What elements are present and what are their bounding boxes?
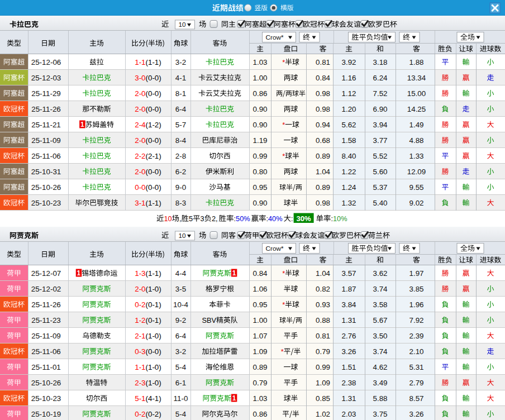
svg-text:0.90: 0.90 xyxy=(252,105,267,113)
svg-text:(0-2): (0-2) xyxy=(146,410,161,418)
svg-text:2-1: 2-1 xyxy=(135,332,145,340)
svg-text:1.09: 1.09 xyxy=(252,347,267,356)
svg-text:3.18: 3.18 xyxy=(373,58,387,66)
svg-text:50%: 50% xyxy=(236,214,250,223)
svg-text:(0-0): (0-0) xyxy=(146,136,161,145)
svg-text:3.50: 3.50 xyxy=(373,332,387,340)
svg-text:0.84: 0.84 xyxy=(316,74,331,82)
svg-text:6.24: 6.24 xyxy=(373,74,388,82)
svg-text:25-11-29: 25-11-29 xyxy=(31,89,61,98)
svg-text:1.00: 1.00 xyxy=(252,74,267,82)
svg-text:5.67: 5.67 xyxy=(373,316,387,324)
svg-text:5: 5 xyxy=(189,214,193,223)
svg-text:1.32: 1.32 xyxy=(341,199,356,207)
svg-text:Crow*: Crow* xyxy=(266,34,284,41)
svg-text:*: * xyxy=(282,300,285,309)
svg-text:3.26: 3.26 xyxy=(409,410,423,418)
svg-text:0.90: 0.90 xyxy=(252,121,267,129)
svg-text:1-2: 1-2 xyxy=(135,316,145,324)
svg-text:2-4: 2-4 xyxy=(135,121,146,129)
svg-text:0.86: 0.86 xyxy=(252,410,267,418)
svg-text:SBV: SBV xyxy=(202,316,217,324)
svg-text:0.80: 0.80 xyxy=(252,168,267,176)
svg-text:2,: 2, xyxy=(212,214,218,223)
svg-text:1.31: 1.31 xyxy=(341,394,356,403)
svg-text:3.92: 3.92 xyxy=(341,58,356,66)
svg-text:25-11-26: 25-11-26 xyxy=(31,105,61,113)
svg-text:0.85: 0.85 xyxy=(316,394,330,403)
svg-text:1.04: 1.04 xyxy=(316,168,331,176)
svg-text:(0-0): (0-0) xyxy=(146,89,161,98)
svg-text:5-4: 5-4 xyxy=(175,410,187,418)
svg-text:0.89: 0.89 xyxy=(252,363,267,371)
svg-text:25-12-02: 25-12-02 xyxy=(31,285,61,293)
svg-text:0-3: 0-3 xyxy=(135,347,145,356)
svg-text:25-12-06: 25-12-06 xyxy=(31,58,61,66)
svg-text:3.94: 3.94 xyxy=(373,121,388,129)
svg-text:1.97: 1.97 xyxy=(409,269,423,278)
svg-text:,: , xyxy=(179,214,182,223)
svg-text:3.77: 3.77 xyxy=(373,136,387,145)
svg-text:5.37: 5.37 xyxy=(373,183,387,192)
svg-text:5-1: 5-1 xyxy=(135,394,145,403)
svg-text:(0-0): (0-0) xyxy=(146,105,161,113)
svg-text:2-8: 2-8 xyxy=(175,152,186,160)
svg-text:5.88: 5.88 xyxy=(373,394,387,403)
svg-text:25-11-09: 25-11-09 xyxy=(31,332,61,340)
svg-text:2.38: 2.38 xyxy=(341,379,356,387)
svg-text:0.89: 0.89 xyxy=(316,183,330,192)
svg-text:Crow*: Crow* xyxy=(266,245,284,252)
svg-text:0-2: 0-2 xyxy=(135,300,145,309)
svg-text:*: * xyxy=(282,58,285,66)
svg-text:(1-1): (1-1) xyxy=(146,269,161,278)
svg-text:0.82: 0.82 xyxy=(316,285,330,293)
svg-text:0.84: 0.84 xyxy=(252,269,268,278)
svg-text:1.03: 1.03 xyxy=(252,58,267,66)
svg-text:25-10-23: 25-10-23 xyxy=(31,394,61,403)
svg-text:1.33: 1.33 xyxy=(409,152,423,160)
svg-text:(1-1): (1-1) xyxy=(146,58,161,66)
svg-text:15.00: 15.00 xyxy=(407,89,426,98)
svg-text:1.20: 1.20 xyxy=(341,105,356,113)
svg-text:0.79: 0.79 xyxy=(316,347,330,356)
svg-text:25-11-26: 25-11-26 xyxy=(31,300,61,309)
svg-text:10: 10 xyxy=(179,232,187,240)
svg-text:3.26: 3.26 xyxy=(341,347,356,356)
svg-text:(0-0): (0-0) xyxy=(146,74,161,82)
svg-text:5-7: 5-7 xyxy=(175,121,186,129)
svg-text:3-2: 3-2 xyxy=(175,347,186,356)
svg-text:1.03: 1.03 xyxy=(252,394,267,403)
svg-text:1.02: 1.02 xyxy=(316,410,330,418)
svg-text:8-3: 8-3 xyxy=(175,199,186,207)
svg-text:*: * xyxy=(281,347,284,356)
svg-text:25-11-06: 25-11-06 xyxy=(31,347,61,356)
svg-text:40%: 40% xyxy=(268,214,283,223)
svg-text:6.90: 6.90 xyxy=(373,105,387,113)
svg-text::: : xyxy=(291,214,293,223)
svg-text:2.03: 2.03 xyxy=(341,410,356,418)
svg-text:25-12-07: 25-12-07 xyxy=(31,269,61,278)
svg-text:(0-0): (0-0) xyxy=(146,347,161,356)
svg-text:6-4: 6-4 xyxy=(175,332,187,340)
svg-text:1.16: 1.16 xyxy=(341,74,356,82)
svg-text:0.90: 0.90 xyxy=(252,199,267,207)
svg-text:7.52: 7.52 xyxy=(373,89,387,98)
svg-text:9.55: 9.55 xyxy=(409,183,423,192)
svg-text:2-0: 2-0 xyxy=(135,89,145,98)
svg-text:5.62: 5.62 xyxy=(341,121,356,129)
svg-text:1: 1 xyxy=(77,269,81,277)
svg-text:5-4: 5-4 xyxy=(175,363,187,371)
svg-text:1.51: 1.51 xyxy=(341,363,356,371)
svg-text:9-2: 9-2 xyxy=(175,316,186,324)
svg-text:1.12: 1.12 xyxy=(341,89,356,98)
svg-text:0.98: 0.98 xyxy=(316,199,330,207)
svg-text:25-11-21: 25-11-21 xyxy=(31,121,61,129)
svg-text:25-12-03: 25-12-03 xyxy=(31,74,61,82)
svg-text:3.75: 3.75 xyxy=(373,410,387,418)
svg-text:1.88: 1.88 xyxy=(409,58,423,66)
svg-text:1.31: 1.31 xyxy=(341,316,356,324)
svg-text:7.92: 7.92 xyxy=(409,316,423,324)
svg-text:4.62: 4.62 xyxy=(373,363,387,371)
svg-text:3.85: 3.85 xyxy=(409,285,423,293)
svg-text:0.95: 0.95 xyxy=(252,183,267,192)
